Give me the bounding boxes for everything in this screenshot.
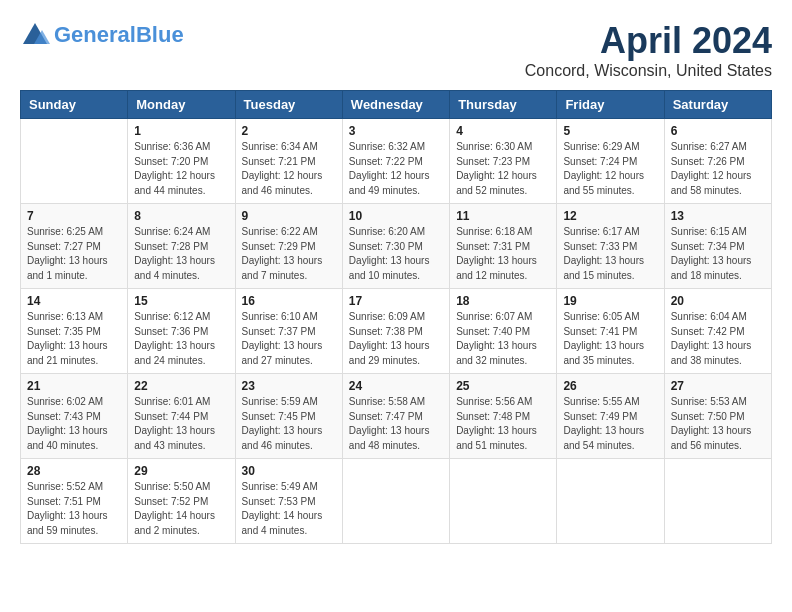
- weekday-header-sunday: Sunday: [21, 91, 128, 119]
- calendar-cell: 25Sunrise: 5:56 AM Sunset: 7:48 PM Dayli…: [450, 374, 557, 459]
- calendar-cell: 1Sunrise: 6:36 AM Sunset: 7:20 PM Daylig…: [128, 119, 235, 204]
- day-number: 11: [456, 209, 550, 223]
- calendar-cell: 13Sunrise: 6:15 AM Sunset: 7:34 PM Dayli…: [664, 204, 771, 289]
- calendar-cell: [664, 459, 771, 544]
- calendar-cell: 16Sunrise: 6:10 AM Sunset: 7:37 PM Dayli…: [235, 289, 342, 374]
- day-number: 17: [349, 294, 443, 308]
- calendar-cell: 11Sunrise: 6:18 AM Sunset: 7:31 PM Dayli…: [450, 204, 557, 289]
- day-number: 14: [27, 294, 121, 308]
- logo-line2: Blue: [136, 22, 184, 47]
- day-info: Sunrise: 6:09 AM Sunset: 7:38 PM Dayligh…: [349, 310, 443, 368]
- calendar-cell: 12Sunrise: 6:17 AM Sunset: 7:33 PM Dayli…: [557, 204, 664, 289]
- calendar-cell: 15Sunrise: 6:12 AM Sunset: 7:36 PM Dayli…: [128, 289, 235, 374]
- month-title: April 2024: [525, 20, 772, 62]
- calendar-week-row: 1Sunrise: 6:36 AM Sunset: 7:20 PM Daylig…: [21, 119, 772, 204]
- day-info: Sunrise: 6:17 AM Sunset: 7:33 PM Dayligh…: [563, 225, 657, 283]
- day-info: Sunrise: 6:36 AM Sunset: 7:20 PM Dayligh…: [134, 140, 228, 198]
- calendar-cell: 21Sunrise: 6:02 AM Sunset: 7:43 PM Dayli…: [21, 374, 128, 459]
- day-number: 18: [456, 294, 550, 308]
- logo: GeneralBlue: [20, 20, 184, 50]
- day-number: 8: [134, 209, 228, 223]
- logo-text: GeneralBlue: [54, 22, 184, 48]
- calendar-cell: 22Sunrise: 6:01 AM Sunset: 7:44 PM Dayli…: [128, 374, 235, 459]
- day-number: 13: [671, 209, 765, 223]
- calendar-cell: 3Sunrise: 6:32 AM Sunset: 7:22 PM Daylig…: [342, 119, 449, 204]
- day-info: Sunrise: 5:53 AM Sunset: 7:50 PM Dayligh…: [671, 395, 765, 453]
- calendar-cell: 5Sunrise: 6:29 AM Sunset: 7:24 PM Daylig…: [557, 119, 664, 204]
- day-number: 2: [242, 124, 336, 138]
- day-info: Sunrise: 6:29 AM Sunset: 7:24 PM Dayligh…: [563, 140, 657, 198]
- day-info: Sunrise: 6:13 AM Sunset: 7:35 PM Dayligh…: [27, 310, 121, 368]
- day-number: 30: [242, 464, 336, 478]
- day-info: Sunrise: 5:59 AM Sunset: 7:45 PM Dayligh…: [242, 395, 336, 453]
- weekday-header-wednesday: Wednesday: [342, 91, 449, 119]
- day-number: 25: [456, 379, 550, 393]
- calendar-cell: 7Sunrise: 6:25 AM Sunset: 7:27 PM Daylig…: [21, 204, 128, 289]
- weekday-header-tuesday: Tuesday: [235, 91, 342, 119]
- day-number: 10: [349, 209, 443, 223]
- day-info: Sunrise: 6:05 AM Sunset: 7:41 PM Dayligh…: [563, 310, 657, 368]
- day-info: Sunrise: 5:55 AM Sunset: 7:49 PM Dayligh…: [563, 395, 657, 453]
- weekday-header-thursday: Thursday: [450, 91, 557, 119]
- day-info: Sunrise: 6:34 AM Sunset: 7:21 PM Dayligh…: [242, 140, 336, 198]
- calendar-cell: 29Sunrise: 5:50 AM Sunset: 7:52 PM Dayli…: [128, 459, 235, 544]
- day-number: 3: [349, 124, 443, 138]
- day-info: Sunrise: 6:01 AM Sunset: 7:44 PM Dayligh…: [134, 395, 228, 453]
- calendar-cell: 10Sunrise: 6:20 AM Sunset: 7:30 PM Dayli…: [342, 204, 449, 289]
- day-number: 21: [27, 379, 121, 393]
- calendar-cell: 4Sunrise: 6:30 AM Sunset: 7:23 PM Daylig…: [450, 119, 557, 204]
- day-number: 29: [134, 464, 228, 478]
- calendar-cell: 17Sunrise: 6:09 AM Sunset: 7:38 PM Dayli…: [342, 289, 449, 374]
- day-info: Sunrise: 5:56 AM Sunset: 7:48 PM Dayligh…: [456, 395, 550, 453]
- calendar-cell: 24Sunrise: 5:58 AM Sunset: 7:47 PM Dayli…: [342, 374, 449, 459]
- day-number: 16: [242, 294, 336, 308]
- calendar-cell: 27Sunrise: 5:53 AM Sunset: 7:50 PM Dayli…: [664, 374, 771, 459]
- calendar-cell: 18Sunrise: 6:07 AM Sunset: 7:40 PM Dayli…: [450, 289, 557, 374]
- calendar-cell: 2Sunrise: 6:34 AM Sunset: 7:21 PM Daylig…: [235, 119, 342, 204]
- calendar-cell: 19Sunrise: 6:05 AM Sunset: 7:41 PM Dayli…: [557, 289, 664, 374]
- weekday-header-saturday: Saturday: [664, 91, 771, 119]
- weekday-header-row: SundayMondayTuesdayWednesdayThursdayFrid…: [21, 91, 772, 119]
- day-number: 26: [563, 379, 657, 393]
- day-info: Sunrise: 6:07 AM Sunset: 7:40 PM Dayligh…: [456, 310, 550, 368]
- calendar-cell: [21, 119, 128, 204]
- day-info: Sunrise: 6:30 AM Sunset: 7:23 PM Dayligh…: [456, 140, 550, 198]
- day-info: Sunrise: 6:02 AM Sunset: 7:43 PM Dayligh…: [27, 395, 121, 453]
- day-number: 20: [671, 294, 765, 308]
- day-number: 27: [671, 379, 765, 393]
- day-info: Sunrise: 6:32 AM Sunset: 7:22 PM Dayligh…: [349, 140, 443, 198]
- day-number: 24: [349, 379, 443, 393]
- day-number: 1: [134, 124, 228, 138]
- day-number: 28: [27, 464, 121, 478]
- calendar-week-row: 28Sunrise: 5:52 AM Sunset: 7:51 PM Dayli…: [21, 459, 772, 544]
- day-number: 9: [242, 209, 336, 223]
- calendar-cell: 26Sunrise: 5:55 AM Sunset: 7:49 PM Dayli…: [557, 374, 664, 459]
- calendar-week-row: 21Sunrise: 6:02 AM Sunset: 7:43 PM Dayli…: [21, 374, 772, 459]
- calendar-cell: 9Sunrise: 6:22 AM Sunset: 7:29 PM Daylig…: [235, 204, 342, 289]
- header: GeneralBlue April 2024 Concord, Wisconsi…: [20, 20, 772, 80]
- calendar-cell: 20Sunrise: 6:04 AM Sunset: 7:42 PM Dayli…: [664, 289, 771, 374]
- calendar-cell: 30Sunrise: 5:49 AM Sunset: 7:53 PM Dayli…: [235, 459, 342, 544]
- day-number: 4: [456, 124, 550, 138]
- calendar-week-row: 7Sunrise: 6:25 AM Sunset: 7:27 PM Daylig…: [21, 204, 772, 289]
- day-info: Sunrise: 6:15 AM Sunset: 7:34 PM Dayligh…: [671, 225, 765, 283]
- day-info: Sunrise: 6:27 AM Sunset: 7:26 PM Dayligh…: [671, 140, 765, 198]
- calendar-week-row: 14Sunrise: 6:13 AM Sunset: 7:35 PM Dayli…: [21, 289, 772, 374]
- weekday-header-friday: Friday: [557, 91, 664, 119]
- day-info: Sunrise: 6:10 AM Sunset: 7:37 PM Dayligh…: [242, 310, 336, 368]
- day-number: 6: [671, 124, 765, 138]
- calendar-cell: [450, 459, 557, 544]
- day-info: Sunrise: 5:58 AM Sunset: 7:47 PM Dayligh…: [349, 395, 443, 453]
- day-number: 23: [242, 379, 336, 393]
- weekday-header-monday: Monday: [128, 91, 235, 119]
- day-info: Sunrise: 6:24 AM Sunset: 7:28 PM Dayligh…: [134, 225, 228, 283]
- calendar-cell: 23Sunrise: 5:59 AM Sunset: 7:45 PM Dayli…: [235, 374, 342, 459]
- day-info: Sunrise: 6:20 AM Sunset: 7:30 PM Dayligh…: [349, 225, 443, 283]
- calendar-cell: [557, 459, 664, 544]
- title-area: April 2024 Concord, Wisconsin, United St…: [525, 20, 772, 80]
- day-info: Sunrise: 5:50 AM Sunset: 7:52 PM Dayligh…: [134, 480, 228, 538]
- day-info: Sunrise: 6:12 AM Sunset: 7:36 PM Dayligh…: [134, 310, 228, 368]
- day-info: Sunrise: 6:18 AM Sunset: 7:31 PM Dayligh…: [456, 225, 550, 283]
- day-number: 12: [563, 209, 657, 223]
- calendar-cell: 14Sunrise: 6:13 AM Sunset: 7:35 PM Dayli…: [21, 289, 128, 374]
